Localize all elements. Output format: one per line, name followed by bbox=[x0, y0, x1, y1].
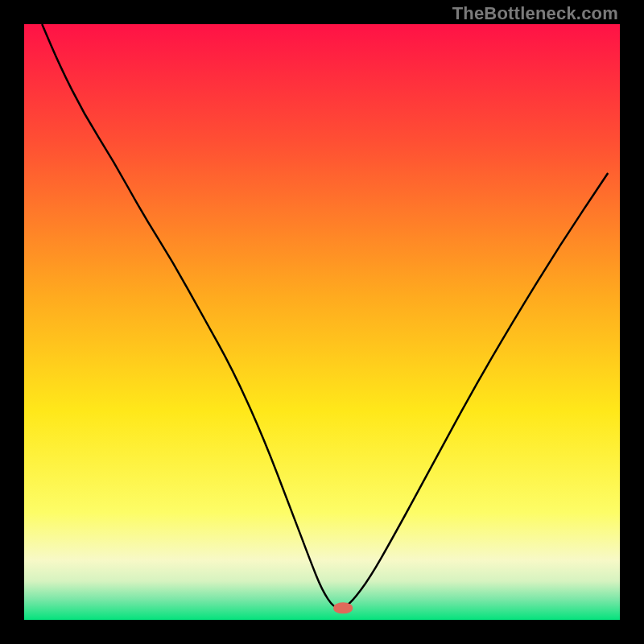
plot-area bbox=[24, 24, 620, 620]
bottleneck-curve bbox=[24, 24, 620, 620]
optimal-point-marker bbox=[333, 603, 353, 613]
watermark-text: TheBottleneck.com bbox=[452, 3, 618, 24]
chart-frame: TheBottleneck.com bbox=[0, 0, 644, 644]
